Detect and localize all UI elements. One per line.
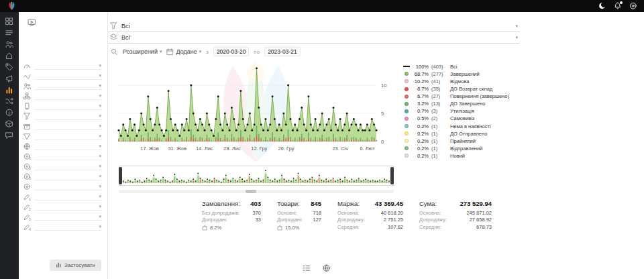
filter-select-secondary[interactable]: Всі ▾	[108, 32, 520, 44]
stat-sub-value: 370	[252, 210, 261, 216]
utm-medium-icon: 2	[23, 163, 31, 170]
filter-select-custom-field-2[interactable]: ▾	[34, 203, 103, 211]
filter-select-utm-medium[interactable]: ▾	[34, 162, 103, 170]
filter-select-segment[interactable]: ▾	[34, 132, 103, 140]
nav-analytics-icon[interactable]	[3, 85, 15, 94]
date-to-label: по	[254, 49, 260, 55]
legend-item[interactable]: 8.7%(35)ДО Возврат склад	[403, 86, 509, 92]
stat-sub-label: Середня:	[337, 224, 359, 230]
legend-label: ДО Завершено	[450, 101, 485, 107]
notifications-icon[interactable]	[614, 2, 622, 10]
stat-head: Товари:845	[277, 200, 321, 207]
legend-item[interactable]: 0.2%(1)Новий	[403, 153, 509, 159]
legend-percent: 100%	[413, 64, 429, 70]
nav-marketing-icon[interactable]	[3, 74, 15, 82]
stat-col-products: Товари:845Основні:718Допродані:12715.0%	[277, 200, 321, 231]
nav-customers-icon[interactable]	[3, 40, 15, 48]
stat-col-total: Сума:273 529.94Основна:245 871.02Допрода…	[419, 200, 492, 231]
topbar-actions	[598, 2, 637, 10]
brush-handle-left[interactable]	[119, 167, 122, 184]
date-mode-dropdown[interactable]: Додане ▾	[166, 48, 201, 56]
layers-icon	[110, 32, 117, 44]
stat-label: Товари:	[277, 200, 300, 207]
nav-tags-icon[interactable]	[3, 62, 15, 71]
legend-item[interactable]: 0.5%(2)Самовивіз	[403, 116, 509, 122]
date-to-input[interactable]: 2023-03-21	[264, 47, 300, 56]
filter-row-phone: ▾	[23, 102, 103, 110]
advanced-mode-dropdown[interactable]: Розширений ▾	[123, 48, 162, 55]
filter-select-custom-field-1[interactable]: ▾	[34, 192, 103, 201]
stat-sub-label: Основна:	[419, 210, 441, 216]
nav-integrations-icon[interactable]	[3, 119, 15, 128]
announcements-icon[interactable]	[629, 2, 637, 10]
legend-item[interactable]: 0.2%(1)ДО Отправлено	[403, 131, 509, 137]
filter-select-products[interactable]: ▾	[34, 122, 103, 130]
filter-select-status[interactable]: ▾	[34, 62, 103, 70]
legend-item[interactable]: 0.2%(1)Прийнятий	[403, 138, 509, 144]
stat-subrow: Допродажу:27 658.92	[419, 217, 492, 223]
nav-orders-icon[interactable]	[3, 28, 15, 37]
nav-chat-icon[interactable]	[3, 131, 15, 140]
dark-mode-icon[interactable]	[598, 2, 606, 10]
legend-item[interactable]: 0.2%(1)Відправлений	[403, 146, 509, 152]
filter-select-utm-source[interactable]: ▾	[34, 152, 103, 160]
nav-automation-icon[interactable]	[3, 97, 15, 105]
legend-percent: 0.5%	[413, 115, 429, 121]
nav-shop-icon[interactable]	[3, 51, 15, 60]
departments-icon	[23, 93, 31, 100]
svg-text:12. Гру: 12. Гру	[251, 146, 267, 152]
stat-sub-value: 33	[256, 217, 261, 223]
legend-swatch	[403, 102, 410, 106]
nav-info-icon[interactable]	[3, 108, 15, 117]
stat-sub-label: Без допродажів:	[202, 210, 240, 216]
legend-item[interactable]: 0.2%(1)Нема в наявності	[403, 123, 509, 129]
filter-row-custom-field-2: 2▾	[23, 203, 103, 211]
stat-head: Замовлення:403	[202, 200, 261, 207]
legend-item[interactable]: 68.7%(277)Завершений	[403, 71, 509, 77]
stat-subrow: Середня:107.62	[337, 224, 403, 230]
legend-item[interactable]: 0.7%(3)Утилізація	[403, 109, 509, 115]
legend-label: ДО Отправлено	[450, 131, 487, 137]
filter-select-funnel[interactable]: ▾	[34, 112, 103, 120]
apply-filters-button[interactable]: Застосувати	[50, 260, 101, 271]
legend-item[interactable]: 10.2%(41)Відмова	[403, 78, 509, 85]
filter-row-activity: ▾	[23, 72, 103, 80]
brand-logo[interactable]	[7, 1, 17, 11]
stat-subrow: Основна:245 871.02	[419, 210, 492, 216]
filter-select-departments[interactable]: ▾	[34, 92, 103, 100]
legend-count: (403)	[431, 64, 447, 70]
nav-dashboard-icon[interactable]	[3, 17, 15, 25]
filter-row-utm-term: ▾	[23, 182, 103, 190]
filter-select-activity[interactable]: ▾	[34, 72, 103, 80]
filter-row-departments: ▾	[23, 92, 103, 100]
search-icon[interactable]	[111, 48, 118, 56]
legend-item[interactable]: 100%(403)Всі	[403, 64, 509, 70]
filter-select-utm-campaign[interactable]: ▾	[34, 172, 103, 180]
stat-value: 43 369.45	[375, 200, 403, 207]
custom-field-4-icon: 4	[23, 223, 31, 231]
filter-select-custom-field-3[interactable]: ▾	[34, 213, 103, 221]
range-scrollbar[interactable]	[119, 190, 394, 193]
filter-select-phone[interactable]: ▾	[34, 102, 103, 110]
stat-label: Замовлення:	[202, 200, 240, 207]
filter-select-custom-field-4[interactable]: ▾	[34, 223, 103, 231]
filter-row-managers: ▾	[23, 82, 103, 90]
legend-item[interactable]: 3.2%(13)ДО Завершено	[403, 101, 509, 107]
filter-select-geo[interactable]: ▾	[34, 142, 103, 150]
filter-select-utm-term[interactable]: ▾	[34, 182, 103, 190]
legend-item[interactable]: 6.7%(27)Повернення (завершено)	[403, 93, 509, 99]
tutorial-screen-icon[interactable]	[28, 18, 36, 27]
utm-source-icon: 1	[23, 153, 31, 160]
filter-row-utm-source: 1▾	[23, 152, 103, 160]
geo-view-icon[interactable]	[323, 264, 331, 272]
filter-select-managers[interactable]: ▾	[34, 82, 103, 90]
stat-sub-label: Середня:	[419, 224, 441, 230]
stat-sub-label: Основні:	[277, 210, 297, 216]
filter-select-primary[interactable]: Всі ▾	[108, 21, 520, 32]
summary-stats: Замовлення:403Без допродажів:370Допродан…	[202, 200, 644, 231]
date-from-input[interactable]: 2020-03-20	[213, 47, 249, 56]
chevron-down-icon: ▾	[160, 49, 162, 54]
list-view-icon[interactable]	[303, 264, 311, 272]
range-scrollbar-thumb[interactable]	[246, 190, 256, 193]
brush-handle-right[interactable]	[390, 167, 394, 184]
